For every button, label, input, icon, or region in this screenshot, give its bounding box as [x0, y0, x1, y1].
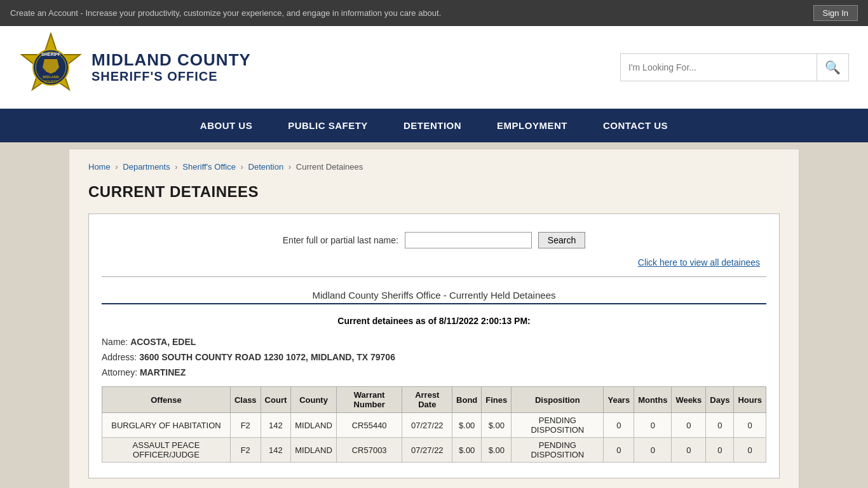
name-label: Name: — [102, 337, 128, 347]
breadcrumb-departments[interactable]: Departments — [123, 162, 170, 172]
detainee-info: Name: ACOSTA, EDEL Address: 3600 SOUTH C… — [102, 335, 766, 380]
divider — [102, 276, 766, 277]
content-box: Home › Departments › Sheriff's Office › … — [69, 149, 799, 488]
col-arrest-date: Arrest Date — [402, 387, 452, 413]
page-title: CURRENT DETAINEES — [88, 183, 780, 201]
table-cell: 0 — [734, 438, 766, 463]
top-banner: Create an Account - Increase your produc… — [0, 0, 868, 26]
nav-item-public-safety[interactable]: PUBLIC SAFETY — [270, 109, 386, 142]
svg-text:COUNTY: COUNTY — [44, 79, 58, 83]
search-label: Enter full or partial last name: — [283, 235, 398, 245]
table-cell: F2 — [230, 438, 261, 463]
search-form-bottom: Click here to view all detainees — [102, 257, 766, 268]
main-wrapper: Home › Departments › Sheriff's Office › … — [0, 142, 868, 488]
table-cell: 0 — [672, 438, 706, 463]
col-months: Months — [634, 387, 672, 413]
col-days: Days — [706, 387, 734, 413]
attorney-value: MARTINEZ — [140, 367, 186, 377]
nav-item-detention[interactable]: DETENTION — [386, 109, 479, 142]
breadcrumb-sep-1: › — [115, 162, 118, 172]
col-court: Court — [261, 387, 291, 413]
header-search-input[interactable] — [621, 62, 817, 72]
table-cell: 0 — [706, 438, 734, 463]
breadcrumb: Home › Departments › Sheriff's Office › … — [88, 162, 780, 172]
timestamp: Current detainees as of 8/11/2022 2:00:1… — [102, 316, 766, 326]
col-fines: Fines — [482, 387, 512, 413]
detainee-address-row: Address: 3600 SOUTH COUNTY ROAD 1230 107… — [102, 350, 766, 365]
address-value: 3600 SOUTH COUNTY ROAD 1230 1072, MIDLAN… — [139, 352, 395, 362]
col-county: County — [291, 387, 337, 413]
table-cell: MIDLAND — [291, 438, 337, 463]
svg-text:MIDLAND: MIDLAND — [43, 75, 58, 79]
table-cell: 07/27/22 — [402, 438, 452, 463]
table-cell: 142 — [261, 438, 291, 463]
table-row: BURGLARY OF HABITATIONF2142MIDLANDCR5544… — [102, 413, 766, 438]
table-cell: ASSAULT PEACE OFFICER/JUDGE — [102, 438, 231, 463]
col-bond: Bond — [452, 387, 482, 413]
nav-item-contact-us[interactable]: CONTACT US — [585, 109, 686, 142]
breadcrumb-detention[interactable]: Detention — [248, 162, 284, 172]
banner-message: Create an Account - Increase your produc… — [10, 8, 441, 18]
search-panel: Enter full or partial last name: Search … — [88, 214, 780, 478]
table-cell: 0 — [634, 413, 672, 438]
table-cell: 0 — [672, 413, 706, 438]
offense-table: Offense Class Court County Warrant Numbe… — [102, 386, 766, 463]
report-title: Midland County Sheriffs Office - Current… — [102, 283, 766, 304]
nav-item-employment[interactable]: EMPLOYMENT — [479, 109, 585, 142]
table-cell: F2 — [230, 413, 261, 438]
table-cell: PENDING DISPOSITION — [512, 438, 604, 463]
table-cell: $.00 — [452, 413, 482, 438]
table-cell: CR57003 — [336, 438, 402, 463]
address-label: Address: — [102, 352, 137, 362]
table-cell: 07/27/22 — [402, 413, 452, 438]
table-cell: PENDING DISPOSITION — [512, 413, 604, 438]
detainee-name-row: Name: ACOSTA, EDEL — [102, 335, 766, 350]
table-cell: $.00 — [482, 438, 512, 463]
sheriff-badge-icon: SHERIFF MIDLAND COUNTY — [19, 32, 83, 102]
search-form-row: Enter full or partial last name: Search — [102, 232, 766, 248]
breadcrumb-sheriffs-office[interactable]: Sheriff's Office — [182, 162, 236, 172]
sign-in-button[interactable]: Sign In — [813, 5, 858, 21]
header: SHERIFF MIDLAND COUNTY MIDLAND COUNTY SH… — [0, 26, 868, 109]
breadcrumb-current: Current Detainees — [296, 162, 363, 172]
breadcrumb-home[interactable]: Home — [88, 162, 111, 172]
search-button[interactable]: Search — [538, 232, 585, 248]
view-all-detainees-link[interactable]: Click here to view all detainees — [638, 257, 760, 268]
breadcrumb-sep-4: › — [288, 162, 291, 172]
breadcrumb-sep-3: › — [241, 162, 243, 172]
name-value: ACOSTA, EDEL — [130, 337, 196, 347]
table-cell: $.00 — [452, 438, 482, 463]
col-years: Years — [604, 387, 634, 413]
table-cell: MIDLAND — [291, 413, 337, 438]
attorney-label: Attorney: — [102, 367, 137, 377]
col-hours: Hours — [734, 387, 766, 413]
nav-item-about-us[interactable]: ABOUT US — [182, 109, 270, 142]
table-header-row: Offense Class Court County Warrant Numbe… — [102, 387, 766, 413]
table-cell: 0 — [706, 413, 734, 438]
navigation-bar: ABOUT US PUBLIC SAFETY DETENTION EMPLOYM… — [0, 109, 868, 142]
col-class: Class — [230, 387, 261, 413]
table-cell: 0 — [634, 438, 672, 463]
col-warrant: Warrant Number — [336, 387, 402, 413]
agency-line2: SHERIFF'S OFFICE — [92, 69, 251, 84]
col-disposition: Disposition — [512, 387, 604, 413]
breadcrumb-sep-2: › — [175, 162, 177, 172]
table-cell: 0 — [604, 438, 634, 463]
table-row: ASSAULT PEACE OFFICER/JUDGEF2142MIDLANDC… — [102, 438, 766, 463]
detainee-attorney-row: Attorney: MARTINEZ — [102, 365, 766, 381]
table-cell: 142 — [261, 413, 291, 438]
logo-area: SHERIFF MIDLAND COUNTY MIDLAND COUNTY SH… — [19, 32, 251, 102]
header-search-button[interactable]: 🔍 — [817, 54, 848, 81]
agency-line1: MIDLAND COUNTY — [92, 51, 251, 69]
table-cell: 0 — [604, 413, 634, 438]
header-search-area: 🔍 — [620, 53, 849, 81]
search-icon: 🔍 — [825, 60, 841, 75]
table-cell: $.00 — [482, 413, 512, 438]
table-cell: BURGLARY OF HABITATION — [102, 413, 231, 438]
svg-text:SHERIFF: SHERIFF — [41, 52, 61, 57]
col-offense: Offense — [102, 387, 231, 413]
last-name-input[interactable] — [405, 232, 532, 248]
col-weeks: Weeks — [672, 387, 706, 413]
table-cell: 0 — [734, 413, 766, 438]
agency-name: MIDLAND COUNTY SHERIFF'S OFFICE — [92, 51, 251, 84]
